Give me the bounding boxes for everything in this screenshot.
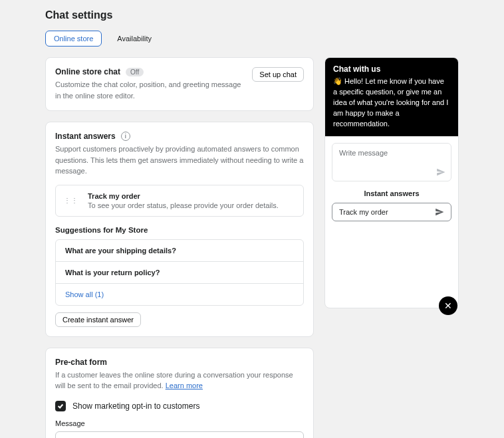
suggestion-item[interactable]: What are your shipping details?: [56, 240, 303, 261]
online-store-chat-title: Online store chat: [55, 67, 120, 76]
preview-instant-answers-label: Instant answers: [332, 189, 451, 197]
instant-answer-item-sub: To see your order status, please provide…: [88, 201, 279, 209]
drag-handle-icon[interactable]: ⋮⋮: [64, 197, 78, 204]
show-all-link[interactable]: Show all (1): [56, 283, 303, 305]
setup-chat-button[interactable]: Set up chat: [252, 67, 304, 82]
create-instant-answer-button[interactable]: Create instant answer: [55, 312, 141, 327]
prechat-title: Pre-chat form: [55, 358, 107, 367]
info-icon[interactable]: i: [121, 132, 130, 141]
instant-answers-desc: Support customers proactively by providi…: [55, 144, 304, 177]
preview-greeting: 👋 Hello! Let me know if you have a speci…: [333, 76, 450, 130]
instant-answers-card: Instant answers i Support customers proa…: [45, 122, 314, 337]
message-label: Message: [55, 419, 304, 427]
prechat-card: Pre-chat form If a customer leaves the o…: [45, 348, 314, 439]
marketing-optin-checkbox[interactable]: [55, 401, 66, 411]
prechat-desc: If a customer leaves the online store du…: [55, 370, 304, 391]
instant-answer-item[interactable]: ⋮⋮ Track my order To see your order stat…: [55, 185, 304, 217]
tab-bar: Online store Availability: [45, 31, 459, 47]
close-icon: ✕: [444, 300, 452, 311]
send-icon[interactable]: [436, 167, 445, 177]
page-title: Chat settings: [45, 9, 459, 21]
preview-title: Chat with us: [333, 64, 450, 74]
learn-more-link[interactable]: Learn more: [166, 382, 203, 389]
suggestions-list: What are your shipping details? What is …: [55, 239, 304, 306]
send-icon: [435, 207, 444, 217]
preview-placeholder: Write message: [339, 149, 388, 157]
instant-answer-item-title: Track my order: [88, 192, 279, 200]
instant-answers-title: Instant answers: [55, 132, 116, 141]
suggestion-item[interactable]: What is your return policy?: [56, 261, 303, 283]
message-textarea[interactable]: [55, 431, 304, 439]
tab-availability[interactable]: Availability: [108, 31, 160, 47]
preview-chip-track-order[interactable]: Track my order: [332, 203, 451, 221]
preview-message-input[interactable]: Write message: [332, 143, 451, 181]
tab-online-store[interactable]: Online store: [45, 31, 102, 47]
suggestions-heading: Suggestions for My Store: [55, 226, 304, 234]
marketing-optin-label: Show marketing opt-in to customers: [72, 401, 199, 411]
online-store-chat-card: Online store chat Off Customize the chat…: [45, 57, 314, 111]
status-badge: Off: [126, 68, 144, 76]
online-store-chat-subtitle: Customize the chat color, position, and …: [55, 79, 244, 101]
preview-chip-label: Track my order: [339, 208, 388, 216]
chat-preview: Chat with us 👋 Hello! Let me know if you…: [324, 57, 459, 308]
close-preview-button[interactable]: ✕: [439, 296, 457, 315]
